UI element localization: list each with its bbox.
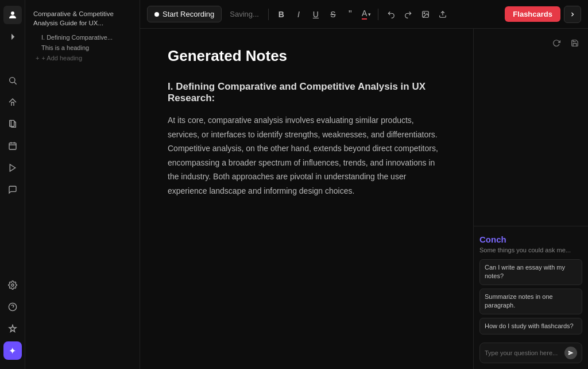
nav-add-heading[interactable]: + + Add heading	[30, 53, 135, 63]
insert-image-button[interactable]	[417, 6, 434, 22]
underline-button[interactable]: U	[308, 6, 324, 22]
svg-rect-4	[9, 143, 16, 149]
nav-doc-title: Comparative & Competitive Analysis Guide…	[30, 7, 135, 30]
record-dot-icon	[154, 12, 159, 17]
editor-area[interactable]: Generated Notes I. Defining Comparative …	[140, 29, 473, 369]
svg-point-0	[11, 11, 14, 15]
plus-icon: +	[36, 55, 39, 62]
main-area: Start Recording Saving... B I U S " A ▾	[140, 0, 588, 369]
help-icon[interactable]	[3, 298, 22, 316]
integration-icon[interactable]	[3, 320, 22, 338]
divider-1	[268, 9, 269, 20]
svg-marker-8	[10, 164, 15, 171]
media-icon[interactable]	[3, 159, 22, 177]
right-panel-actions	[549, 36, 582, 51]
svg-line-2	[14, 82, 17, 84]
suggestion-btn-3[interactable]: How do I study with flashcards?	[479, 318, 582, 335]
chat-input-row	[479, 343, 582, 363]
format-tools: B I U S " A ▾	[273, 6, 373, 22]
search-icon[interactable]	[3, 71, 22, 90]
toggle-sidebar-icon[interactable]	[3, 28, 22, 46]
left-sidebar: ✦	[0, 0, 25, 369]
svg-point-1	[9, 78, 14, 83]
suggestion-btn-1[interactable]: Can I write an essay with my notes?	[479, 259, 582, 285]
settings-icon[interactable]	[3, 276, 22, 294]
right-panel: Conch Some things you could ask me... Ca…	[473, 29, 588, 369]
body-paragraph: At its core, comparative analysis involv…	[168, 113, 446, 198]
expand-panel-button[interactable]	[564, 6, 581, 23]
ai-subtitle-label: Some things you could ask me...	[479, 247, 582, 253]
color-button[interactable]: A ▾	[359, 6, 373, 22]
documents-icon[interactable]	[3, 115, 22, 133]
toolbar: Start Recording Saving... B I U S " A ▾	[140, 0, 588, 29]
ai-chat-area: Conch Some things you could ask me... Ca…	[474, 226, 588, 369]
divider-2	[378, 9, 378, 20]
saving-status: Saving...	[230, 10, 259, 18]
chat-icon[interactable]	[3, 180, 22, 199]
nav-item-1[interactable]: I. Defining Comparative...	[30, 32, 135, 43]
action-tools	[383, 6, 451, 22]
nav-panel: Comparative & Competitive Analysis Guide…	[25, 0, 140, 369]
section-heading: I. Defining Comparative and Competitive …	[168, 81, 446, 104]
chevron-down-icon: ▾	[368, 11, 371, 17]
export-button[interactable]	[435, 6, 451, 22]
italic-button[interactable]: I	[291, 6, 307, 22]
home-icon[interactable]	[3, 93, 22, 112]
chat-send-button[interactable]	[564, 347, 577, 359]
refresh-button[interactable]	[549, 36, 564, 51]
suggestion-btn-2[interactable]: Summarize notes in one paragraph.	[479, 289, 582, 314]
strikethrough-button[interactable]: S	[325, 6, 341, 22]
start-recording-button[interactable]: Start Recording	[147, 6, 222, 22]
redo-button[interactable]	[400, 6, 416, 22]
calendar-icon[interactable]	[3, 137, 22, 155]
ai-brand-label: Conch	[479, 235, 582, 244]
svg-point-13	[424, 13, 425, 14]
right-panel-top	[474, 29, 588, 226]
flashcards-button[interactable]: Flashcards	[505, 6, 560, 22]
new-page-button[interactable]	[3, 49, 22, 68]
svg-point-9	[11, 284, 14, 286]
avatar-icon[interactable]	[3, 6, 22, 24]
svg-rect-3	[9, 120, 14, 126]
undo-button[interactable]	[383, 6, 399, 22]
ai-button[interactable]: ✦	[3, 341, 22, 360]
save-panel-button[interactable]	[567, 36, 582, 51]
bold-button[interactable]: B	[273, 6, 289, 22]
nav-item-2[interactable]: This is a heading	[30, 43, 135, 53]
content-area: Generated Notes I. Defining Comparative …	[140, 29, 588, 369]
quote-button[interactable]: "	[342, 6, 358, 22]
doc-title: Generated Notes	[168, 47, 446, 65]
chat-input[interactable]	[485, 349, 564, 356]
